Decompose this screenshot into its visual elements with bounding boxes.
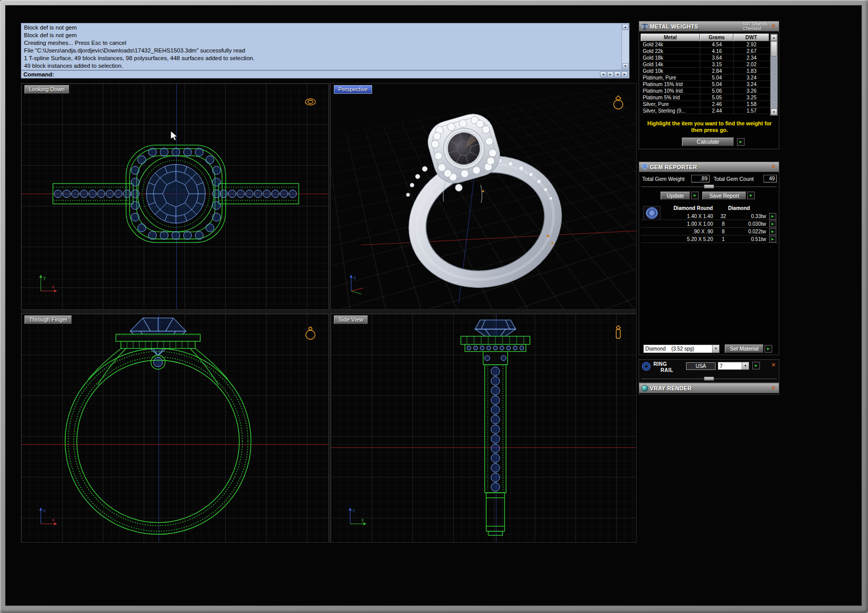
panel-splitter[interactable] — [639, 377, 779, 381]
gem-row-go-button[interactable]: ► — [769, 221, 776, 227]
command-history-line: Block def is not gem — [24, 32, 620, 39]
ring-rail-icon — [642, 362, 651, 371]
chevron-down-icon[interactable]: ▼ — [742, 362, 749, 369]
metal-weights-instruction: Highlight the item you want to find the … — [645, 120, 774, 134]
metal-name: Gold 14k — [641, 61, 700, 67]
scroll-right-icon[interactable]: ► — [621, 71, 628, 77]
table-row[interactable]: Gold 18k3.642.34 — [641, 55, 770, 61]
table-row[interactable]: Platinum 10% Irid5.063.26 — [641, 88, 770, 94]
scroll-right-icon[interactable]: ► — [607, 71, 614, 77]
save-report-go-button[interactable]: ► — [747, 192, 755, 199]
svg-text:x: x — [52, 517, 55, 522]
table-row[interactable]: Gold 10k2.841.83 — [641, 68, 770, 74]
update-go-button[interactable]: ► — [691, 192, 699, 199]
viewport-perspective[interactable]: Perspective z — [330, 83, 637, 310]
material-select[interactable]: Diamond (3.52 spg) ▼ — [643, 344, 720, 353]
ring-rail-region-select[interactable]: USA — [686, 362, 716, 370]
gem-row[interactable]: .90 X .90 8 0.022tw ► — [641, 228, 778, 235]
status-line: Checked — [743, 26, 768, 31]
column-header-grams[interactable]: Grams — [700, 34, 733, 41]
metal-grams: 3.64 — [700, 55, 733, 61]
splitter-handle[interactable] — [704, 377, 714, 381]
gem-weight: 0.51tw — [733, 235, 766, 243]
viewport-through-finger[interactable]: Through Finger z x — [21, 313, 329, 543]
command-input[interactable] — [56, 71, 600, 78]
gem-table-header-size: Diamond Round — [665, 205, 722, 212]
scroll-left-icon[interactable]: ◄ — [600, 71, 607, 77]
gem-row-go-button[interactable]: ► — [769, 213, 776, 220]
gem-row[interactable]: 5.20 X 5.20 1 0.51tw ► — [641, 235, 778, 243]
gem-row[interactable]: 1.00 X 1.00 8 0.030tw ► — [641, 220, 778, 228]
save-report-button[interactable]: Save Report — [702, 192, 746, 200]
metal-name: Gold 24k — [641, 41, 700, 47]
chevron-down-icon[interactable]: ▼ — [712, 345, 719, 353]
calculate-go-button[interactable]: ► — [737, 138, 745, 146]
metal-table-scrollbar[interactable]: ▲ ▼ — [770, 34, 778, 116]
total-gem-count-label: Total Gem Count — [714, 175, 754, 182]
svg-text:z: z — [353, 508, 355, 513]
scroll-up-icon[interactable]: ▲ — [622, 24, 628, 30]
scrollbar-thumb[interactable] — [771, 41, 777, 57]
command-prompt-label: Command: — [21, 71, 56, 77]
table-row[interactable]: Platinum 15% Irid5.043.24 — [641, 81, 770, 88]
set-material-button[interactable]: Set Material — [725, 344, 764, 353]
close-icon[interactable]: × — [770, 23, 777, 30]
ring-size-select[interactable]: 7 ▼ — [718, 362, 749, 370]
splitter-handle[interactable] — [704, 184, 714, 189]
metal-name: Silver, Pure — [641, 101, 700, 107]
scroll-down-icon[interactable]: ▼ — [622, 63, 628, 69]
calculate-button[interactable]: Calculate — [682, 138, 734, 146]
table-row[interactable] — [641, 114, 770, 116]
side-panel: METAL WEIGHTS 547 Objects Checked × Meta… — [639, 21, 781, 607]
gem-reporter-header[interactable]: GEM REPORTER × — [639, 162, 779, 172]
ring-style-side-icon[interactable] — [612, 325, 625, 340]
gem-row-go-button[interactable]: ► — [769, 228, 776, 235]
gem-weight: 0.030tw — [733, 220, 766, 227]
gem-row-go-button[interactable]: ► — [769, 236, 776, 243]
vray-sphere-icon — [641, 385, 648, 392]
viewport-side-view[interactable]: Side View z y — [330, 313, 637, 543]
panel-splitter[interactable] — [639, 184, 779, 189]
table-row[interactable]: Gold 24k4.542.92 — [641, 41, 770, 48]
scroll-up-icon[interactable]: ▲ — [771, 34, 777, 41]
metal-dwt: 3.24 — [733, 81, 769, 87]
ring-rail-go-button[interactable]: ► — [752, 362, 760, 369]
viewport-looking-down[interactable]: Looking Down y x — [21, 83, 329, 310]
ring-style-perspective-icon[interactable] — [612, 95, 625, 110]
close-icon[interactable]: × — [770, 385, 777, 391]
table-row[interactable]: Gold 22k4.162.67 — [641, 48, 770, 55]
command-history[interactable]: Block def is not gem Block def is not ge… — [21, 23, 629, 70]
scroll-down-icon[interactable]: ▼ — [771, 109, 777, 115]
ring-rail-title-2: RAIL — [661, 367, 673, 373]
metal-weights-header[interactable]: METAL WEIGHTS 547 Objects Checked × — [639, 21, 779, 32]
column-header-metal[interactable]: Metal — [641, 34, 700, 41]
viewport-tab-looking-down[interactable]: Looking Down — [24, 85, 69, 94]
column-header-dwt[interactable]: DWT — [733, 34, 769, 41]
ring-style-top-icon[interactable] — [304, 95, 317, 108]
gem-weight: 0.33tw — [733, 212, 766, 220]
scroll-left-icon[interactable]: ◄ — [614, 71, 621, 77]
close-icon[interactable]: × — [770, 164, 777, 170]
y-axis-line — [176, 84, 177, 309]
close-icon[interactable]: × — [770, 362, 777, 368]
table-row[interactable]: Platinum, Pure5.043.24 — [641, 74, 770, 81]
ring-style-front-icon[interactable] — [304, 325, 317, 340]
metal-name: Platinum 15% Irid — [641, 81, 700, 87]
set-material-go-button[interactable]: ► — [765, 345, 772, 353]
vray-render-header[interactable]: VRAY RENDER × — [639, 383, 779, 393]
metal-grams: 3.15 — [700, 61, 733, 67]
gem-row[interactable]: 1.40 X 1.40 32 0.33tw ► — [641, 212, 778, 220]
table-row[interactable]: Gold 14k3.152.02 — [641, 61, 770, 68]
viewport-tab-through-finger[interactable]: Through Finger — [24, 315, 72, 324]
viewport-tab-perspective[interactable]: Perspective — [334, 85, 372, 94]
metal-dwt: 1.57 — [733, 108, 769, 114]
gem-size: 5.20 X 5.20 — [666, 235, 713, 243]
table-row[interactable]: Silver, Sterling (9...2.441.57 — [641, 108, 770, 114]
table-row[interactable]: Platinum 5% Irid5.053.25 — [641, 94, 770, 101]
ring-rail-title-1: RING — [653, 361, 667, 367]
update-button[interactable]: Update — [661, 192, 690, 200]
viewport-tab-side-view[interactable]: Side View — [334, 315, 368, 324]
command-history-scrollbar[interactable]: ▲ ▼ — [621, 23, 629, 70]
table-row[interactable]: Silver, Pure2.461.58 — [641, 101, 770, 108]
ring-rail-panel: RING RAIL USA 7 ▼ ► × — [639, 359, 779, 383]
